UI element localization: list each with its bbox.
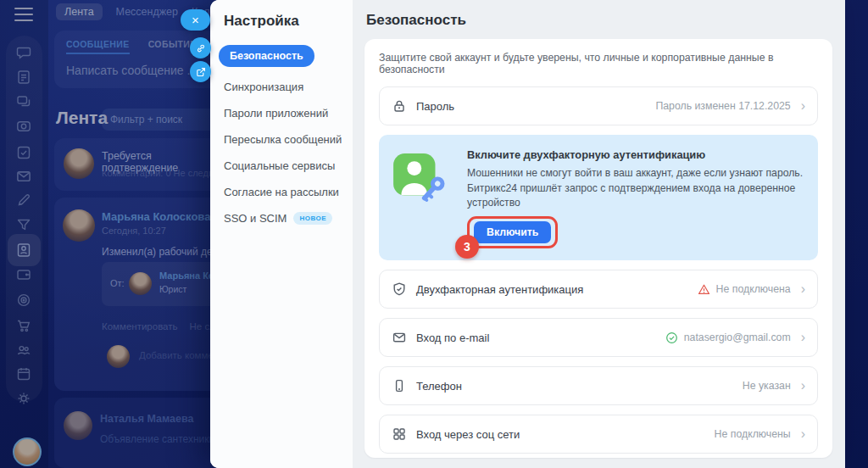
chat-icon[interactable]: [15, 44, 32, 61]
settings-panel: Настройка Безопасность Синхронизация Пар…: [210, 0, 845, 468]
screen: Лента Мессенджер Календарь СООБЩЕНИЕ СОБ…: [0, 0, 868, 468]
external-link-icon: [195, 66, 207, 78]
nav-item-security[interactable]: Безопасность: [219, 45, 314, 67]
feed-post[interactable]: Наталья Мамаева Объявление сантехники: [54, 398, 224, 468]
crm-funnel-icon[interactable]: [15, 216, 32, 233]
warning-icon: [698, 283, 710, 296]
shield-check-icon: [392, 281, 407, 297]
row-phone[interactable]: Телефон Не указан ›: [379, 366, 818, 405]
calendar-icon[interactable]: [15, 365, 32, 382]
left-icon-rail: [0, 0, 48, 468]
quote-author-role: Юрист: [159, 284, 186, 294]
post-time: Сегодня, 10:27: [102, 226, 166, 236]
chevron-right-icon: ›: [801, 282, 805, 296]
security-card: Защитите свой аккаунт и будьте уверены, …: [364, 39, 832, 458]
tab-message[interactable]: СООБЩЕНИЕ: [66, 39, 130, 54]
email-status: natasergio@gmail.com: [684, 332, 791, 343]
contacts-icon[interactable]: [15, 242, 32, 259]
post-quote-box: От: Марьяна Кол Юрист: [102, 262, 219, 306]
row-two-factor[interactable]: Двухфакторная аутентификация Не подключе…: [379, 270, 818, 309]
security-subtitle: Защитите свой аккаунт и будьте уверены, …: [379, 52, 818, 75]
hr-people-icon[interactable]: [15, 342, 32, 359]
row-email-login[interactable]: Вход по e-mail natasergio@gmail.com ›: [379, 318, 818, 357]
sign-icon[interactable]: [15, 192, 32, 209]
feed-title: Лента: [56, 108, 108, 128]
nav-item-app-passwords[interactable]: Пароли приложений: [224, 107, 353, 120]
nav-item-social-services[interactable]: Социальные сервисы: [224, 159, 353, 172]
nav-item-forwarding[interactable]: Пересылка сообщений: [224, 133, 353, 146]
shop-cart-icon[interactable]: [15, 317, 32, 334]
tab-feed[interactable]: Лента: [56, 3, 103, 20]
row-password[interactable]: Пароль Пароль изменен 17.12.2025 ›: [379, 86, 818, 125]
tab-messenger[interactable]: Мессенджер: [116, 6, 178, 18]
tasks-icon[interactable]: [15, 69, 32, 86]
close-icon: ×: [192, 14, 199, 26]
chevron-right-icon: ›: [801, 99, 805, 113]
row-social-login[interactable]: Вход через соц сети Не подключены ›: [379, 415, 818, 454]
post-author-link[interactable]: Марьяна Колоскова: [102, 210, 210, 223]
post-meta: Комментарии: 0 Не следить: [102, 168, 223, 178]
enable-2fa-button[interactable]: Включить: [474, 221, 551, 243]
user-avatar[interactable]: [13, 437, 42, 466]
wallet-icon[interactable]: [15, 266, 32, 283]
post-avatar: [64, 411, 92, 440]
promo-text: Мошенники не смогут войти в ваш аккаунт,…: [467, 166, 804, 211]
open-in-new-button[interactable]: [190, 61, 211, 82]
feed-search-input[interactable]: [102, 109, 222, 131]
promo-title: Включите двухфакторную аутентификацию: [467, 148, 804, 161]
comment-avatar: [107, 345, 130, 368]
chevron-right-icon: ›: [801, 379, 805, 393]
video-icon[interactable]: [15, 118, 32, 135]
phone-status: Не указан: [743, 380, 791, 392]
nav-item-sync[interactable]: Синхронизация: [224, 81, 353, 93]
security-content: Безопасность Защитите свой аккаунт и буд…: [353, 0, 845, 468]
marketing-target-icon[interactable]: [15, 292, 32, 309]
settings-nav: Настройка Безопасность Синхронизация Пар…: [210, 0, 353, 468]
feed-post[interactable]: Требуется подтверждение Комментарии: 0 Н…: [54, 138, 224, 191]
chevron-right-icon: ›: [801, 331, 805, 344]
checklist-icon[interactable]: [15, 144, 32, 161]
lock-icon: [392, 98, 407, 114]
check-circle-icon: [665, 332, 678, 344]
feed-post[interactable]: Марьяна Колоскова Сегодня, 10:27 Изменил…: [54, 198, 224, 391]
social-status: Не подключены: [715, 428, 791, 440]
two-factor-promo: Включите двухфакторную аутентификацию Мо…: [379, 135, 818, 260]
post-text: Объявление сантехники: [100, 433, 214, 445]
close-panel-button[interactable]: ×: [181, 9, 210, 31]
menu-icon[interactable]: [14, 8, 33, 21]
comment-action[interactable]: Комментировать: [102, 321, 178, 332]
phone-icon: [392, 378, 407, 393]
settings-gear-icon[interactable]: [15, 390, 32, 407]
nav-item-mailing-consent[interactable]: Согласие на рассылки: [224, 186, 353, 198]
password-status: Пароль изменен 17.12.2025: [655, 100, 790, 112]
grid-icon: [392, 426, 407, 442]
post-author-link[interactable]: Наталья Мамаева: [100, 413, 193, 425]
mail-icon[interactable]: [15, 168, 32, 185]
chevron-right-icon: ›: [801, 427, 805, 441]
person-key-icon: [391, 146, 457, 243]
nav-item-sso-scim[interactable]: SSO и SCIM НОВОЕ: [224, 212, 353, 225]
post-avatar: [64, 148, 94, 179]
two-factor-status: Не подключена: [716, 283, 791, 295]
annotation-step-badge: 3: [455, 235, 479, 259]
link-icon: [195, 42, 207, 54]
quote-from-label: От:: [110, 278, 125, 288]
copy-link-button[interactable]: [190, 37, 211, 58]
envelope-icon: [392, 330, 407, 345]
page-title: Безопасность: [366, 12, 832, 29]
chats-icon[interactable]: [15, 93, 32, 110]
new-badge: НОВОЕ: [293, 212, 332, 225]
post-avatar: [63, 209, 95, 242]
settings-title: Настройка: [224, 13, 353, 30]
quote-avatar: [129, 272, 152, 295]
